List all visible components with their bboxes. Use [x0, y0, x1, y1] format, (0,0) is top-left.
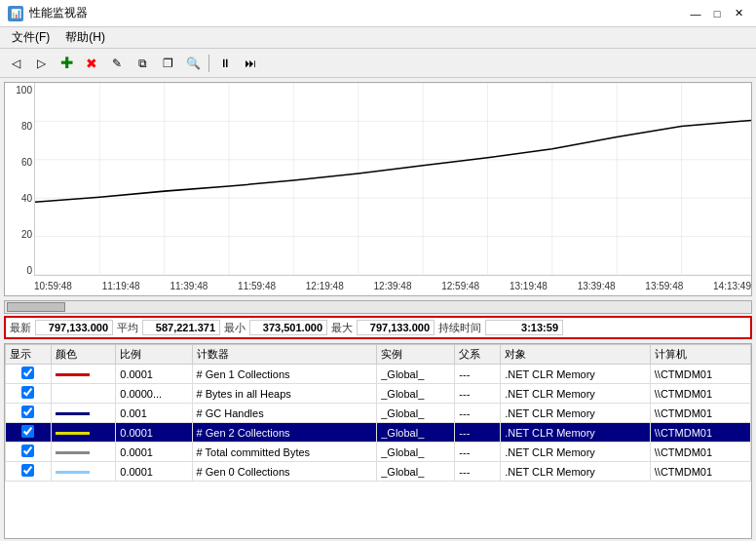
row-instance: _Global_ [377, 443, 455, 462]
row-checkbox[interactable] [6, 423, 52, 443]
row-counter: # Gen 0 Collections [192, 462, 377, 482]
toolbar-step[interactable]: ⏭ [239, 53, 262, 74]
row-scale: 0.0001 [116, 423, 192, 443]
title-bar: 📊 性能监视器 — □ ✕ [0, 0, 756, 27]
row-counter: # Gen 1 Collections [192, 365, 377, 384]
toolbar: ◁ ▷ ✚ ✖ ✎ ⧉ ❐ 🔍 ⏸ ⏭ [0, 49, 756, 78]
x-label-9: 13:59:48 [645, 281, 683, 291]
table-row[interactable]: 0.0001# Gen 1 Collections_Global_---.NET… [6, 365, 751, 384]
row-computer: \\CTMDM01 [650, 404, 750, 423]
table-row[interactable]: 0.0001# Gen 0 Collections_Global_---.NET… [6, 462, 751, 482]
title-bar-left: 📊 性能监视器 [8, 5, 88, 21]
avg-label: 平均 [117, 321, 138, 335]
row-checkbox[interactable] [6, 443, 52, 462]
row-computer: \\CTMDM01 [650, 462, 750, 482]
row-checkbox[interactable] [6, 365, 52, 384]
col-header-parent: 父系 [455, 345, 501, 365]
toolbar-remove[interactable]: ✖ [80, 53, 103, 74]
col-header-counter: 计数器 [192, 345, 377, 365]
x-label-4: 12:19:48 [306, 281, 344, 291]
toolbar-zoom[interactable]: 🔍 [181, 53, 205, 74]
toolbar-separator-1 [208, 55, 209, 72]
y-label-0: 0 [5, 265, 32, 276]
chart-area: 100 80 60 40 20 0 [5, 83, 751, 295]
col-header-display: 显示 [6, 345, 52, 365]
row-parent: --- [455, 365, 501, 384]
row-color [51, 404, 115, 423]
app-icon: 📊 [8, 6, 23, 21]
row-instance: _Global_ [377, 365, 455, 384]
row-instance: _Global_ [377, 462, 455, 482]
data-table: 显示 颜色 比例 计数器 实例 父系 对象 计算机 0.0001# Gen 1 … [5, 344, 751, 482]
row-scale: 0.0001 [116, 365, 192, 384]
close-button[interactable]: ✕ [729, 4, 748, 23]
x-label-3: 11:59:48 [238, 281, 276, 291]
toolbar-edit[interactable]: ✎ [105, 53, 129, 74]
avg-value: 587,221.371 [142, 320, 220, 335]
main-content: 100 80 60 40 20 0 [0, 78, 756, 541]
row-scale: 0.0001 [116, 462, 192, 482]
row-color [51, 384, 115, 404]
row-scale: 0.001 [116, 404, 192, 423]
col-header-scale: 比例 [116, 345, 192, 365]
max-label: 最大 [331, 321, 353, 335]
y-label-20: 20 [5, 229, 32, 240]
menu-help[interactable]: 帮助(H) [57, 27, 113, 48]
x-label-10: 14:13:49 [713, 281, 751, 291]
table-row[interactable]: 0.001# GC Handles_Global_---.NET CLR Mem… [6, 404, 751, 423]
row-instance: _Global_ [377, 404, 455, 423]
minimize-button[interactable]: — [686, 4, 705, 23]
chart-scrollbar[interactable] [4, 300, 752, 314]
chart-grid [34, 83, 751, 276]
col-header-instance: 实例 [377, 345, 455, 365]
scroll-thumb[interactable] [7, 302, 65, 312]
x-label-5: 12:39:48 [374, 281, 412, 291]
max-value: 797,133.000 [357, 320, 435, 335]
row-checkbox[interactable] [6, 462, 52, 482]
row-object: .NET CLR Memory [501, 384, 651, 404]
x-label-8: 13:39:48 [578, 281, 616, 291]
x-label-2: 11:39:48 [170, 281, 208, 291]
menu-file[interactable]: 文件(F) [4, 27, 57, 48]
x-label-6: 12:59:48 [441, 281, 479, 291]
row-computer: \\CTMDM01 [650, 423, 750, 443]
toolbar-add[interactable]: ✚ [55, 53, 78, 74]
row-parent: --- [455, 404, 501, 423]
latest-label: 最新 [10, 321, 31, 335]
row-color [51, 365, 115, 384]
row-parent: --- [455, 384, 501, 404]
row-parent: --- [455, 423, 501, 443]
min-value: 373,501.000 [249, 320, 327, 335]
row-object: .NET CLR Memory [501, 365, 651, 384]
y-label-40: 40 [5, 193, 32, 204]
row-object: .NET CLR Memory [501, 462, 651, 482]
row-counter: # Gen 2 Collections [192, 423, 377, 443]
maximize-button[interactable]: □ [707, 4, 727, 23]
y-label-60: 60 [5, 157, 32, 168]
duration-value: 3:13:59 [485, 320, 563, 335]
row-color [51, 443, 115, 462]
row-checkbox[interactable] [6, 384, 52, 404]
row-object: .NET CLR Memory [501, 423, 651, 443]
toolbar-paste[interactable]: ❐ [156, 53, 179, 74]
row-object: .NET CLR Memory [501, 443, 651, 462]
row-computer: \\CTMDM01 [650, 384, 750, 404]
data-table-container[interactable]: 显示 颜色 比例 计数器 实例 父系 对象 计算机 0.0001# Gen 1 … [4, 343, 752, 539]
y-label-80: 80 [5, 121, 32, 132]
toolbar-copy[interactable]: ⧉ [131, 53, 154, 74]
table-row[interactable]: 0.0000...# Bytes in all Heaps_Global_---… [6, 384, 751, 404]
table-row[interactable]: 0.0001# Total committed Bytes_Global_---… [6, 443, 751, 462]
toolbar-pause[interactable]: ⏸ [213, 53, 237, 74]
row-checkbox[interactable] [6, 404, 52, 423]
table-row[interactable]: 0.0001# Gen 2 Collections_Global_---.NET… [6, 423, 751, 443]
row-counter: # Bytes in all Heaps [192, 384, 377, 404]
toolbar-forward[interactable]: ▷ [29, 53, 53, 74]
row-scale: 0.0000... [116, 384, 192, 404]
row-counter: # GC Handles [192, 404, 377, 423]
row-scale: 0.0001 [116, 443, 192, 462]
x-label-1: 11:19:48 [102, 281, 140, 291]
chart-svg [35, 83, 751, 275]
row-computer: \\CTMDM01 [650, 443, 750, 462]
row-counter: # Total committed Bytes [192, 443, 377, 462]
toolbar-back[interactable]: ◁ [4, 53, 27, 74]
